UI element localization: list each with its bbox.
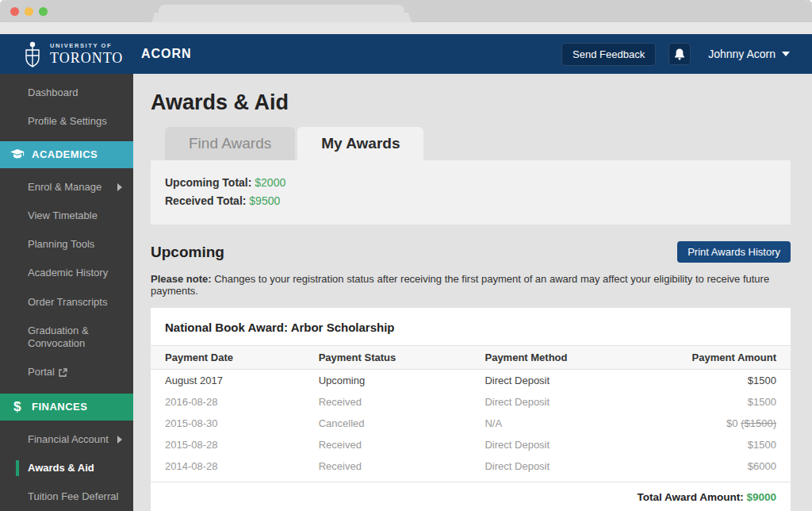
sidebar-item-label: Awards & Aid [28, 462, 94, 474]
sidebar-section-finances[interactable]: $ FINANCES [0, 394, 133, 421]
browser-tab[interactable] [159, 5, 404, 22]
graduation-cap-icon [10, 148, 25, 161]
sidebar-item-academic-history[interactable]: Academic History [0, 259, 133, 287]
main-content: Awards & Aid Find Awards My Awards Upcom… [133, 74, 812, 511]
toronto-text: TORONTO [50, 50, 123, 67]
sidebar-item-label: Profile & Settings [28, 115, 107, 127]
sidebar-item-label: Dashboard [28, 86, 79, 98]
user-menu[interactable]: Johnny Acorn [708, 48, 790, 60]
payment-method-cell: Direct Deposit [470, 455, 643, 477]
browser-toolbar [0, 22, 812, 34]
amount-current: $0 [726, 417, 741, 429]
acorn-app-title: ACORN [133, 47, 192, 61]
sidebar-item-awards-aid[interactable]: Awards & Aid [0, 454, 133, 482]
total-award-amount-label: Total Award Amount: [637, 491, 743, 503]
sidebar-item-portal[interactable]: Portal [0, 358, 133, 388]
total-award-amount-value: $9000 [746, 491, 776, 503]
payment-status-cell: Upcoming [304, 370, 471, 392]
column-payment-method: Payment Method [470, 346, 643, 370]
award-card: National Book Award: Arbor Scholarship P… [151, 308, 791, 511]
payments-table: Payment Date Payment Status Payment Meth… [151, 345, 791, 477]
university-of-text: UNIVERSITY OF [50, 42, 123, 49]
payment-date-cell: 2014-08-28 [151, 455, 304, 477]
minimize-window-button[interactable] [25, 7, 33, 16]
payment-amount-cell: $0 ($1500) [643, 413, 791, 434]
payment-status-cell: Received [304, 455, 471, 477]
sidebar-item-financial-account[interactable]: Financial Account [0, 425, 133, 454]
table-row: 2015-08-28 Received Direct Deposit $1500 [151, 434, 791, 455]
print-awards-history-button[interactable]: Print Awards History [677, 241, 791, 263]
table-row: 2015-08-30 Cancelled N/A $0 ($1500) [151, 413, 791, 434]
sidebar-item-label: Order Transcripts [28, 296, 107, 308]
payment-date-cell: 2015-08-30 [151, 413, 304, 434]
awards-tabs: Find Awards My Awards [165, 127, 791, 160]
payment-status-cell: Received [304, 391, 471, 413]
payment-method-cell: Direct Deposit [470, 391, 643, 413]
send-feedback-button[interactable]: Send Feedback [561, 43, 656, 66]
payment-date-cell: August 2017 [151, 370, 304, 392]
tab-find-awards[interactable]: Find Awards [165, 127, 295, 160]
column-payment-date: Payment Date [151, 346, 304, 370]
sidebar-item-view-timetable[interactable]: View Timetable [0, 202, 133, 230]
sidebar-section-label: FINANCES [32, 401, 87, 413]
column-payment-status: Payment Status [304, 346, 471, 370]
window-controls [10, 7, 48, 16]
total-award-amount-line: Total Award Amount: $9000 [151, 482, 791, 511]
sidebar-section-label: ACADEMICS [32, 148, 98, 160]
sidebar-item-graduation-convocation[interactable]: Graduation & Convocation [0, 317, 133, 359]
tab-my-awards[interactable]: My Awards [297, 127, 423, 160]
note-body-text: Changes to your registration status afte… [151, 273, 769, 297]
sidebar-item-label: Portal [28, 366, 55, 378]
award-card-title: National Book Award: Arbor Scholarship [151, 321, 791, 345]
user-name: Johnny Acorn [708, 48, 776, 60]
upcoming-section-header: Upcoming Print Awards History [151, 241, 791, 263]
payment-status-cell: Received [304, 434, 471, 455]
upcoming-total-line: Upcoming Total: $2000 [165, 176, 776, 189]
sidebar-item-planning-tools[interactable]: Planning Tools [0, 230, 133, 259]
sidebar-nav: Dashboard Profile & Settings ACADEMICS E… [0, 74, 133, 511]
chevron-right-icon [117, 436, 122, 444]
dollar-icon: $ [10, 401, 25, 413]
page-title: Awards & Aid [151, 90, 791, 115]
sidebar-item-label: Graduation & Convocation [28, 325, 89, 349]
received-total-line: Received Total: $9500 [165, 194, 776, 207]
payment-method-cell: Direct Deposit [470, 370, 643, 392]
sidebar-item-label: Tuition Fee Deferral [28, 490, 118, 502]
upcoming-total-value: $2000 [255, 176, 285, 189]
sidebar-item-order-transcripts[interactable]: Order Transcripts [0, 288, 133, 317]
upcoming-total-label: Upcoming Total: [165, 176, 251, 189]
registration-note: Please note: Changes to your registratio… [151, 273, 791, 297]
close-window-button[interactable] [10, 7, 19, 16]
payment-method-cell: N/A [470, 413, 643, 434]
sidebar-item-label: Enrol & Manage [28, 181, 102, 193]
browser-titlebar [0, 0, 812, 22]
sidebar-item-tuition-fee-deferral[interactable]: Tuition Fee Deferral [0, 482, 133, 511]
payment-amount-cell: $1500 [643, 370, 791, 392]
uoft-logo[interactable]: UNIVERSITY OF TORONTO [0, 40, 133, 67]
sidebar-item-profile-settings[interactable]: Profile & Settings [0, 107, 133, 136]
chevron-down-icon [782, 52, 790, 56]
notifications-button[interactable] [668, 43, 691, 65]
bell-icon [674, 48, 685, 60]
table-row: August 2017 Upcoming Direct Deposit $150… [151, 370, 791, 392]
table-row: 2014-08-28 Received Direct Deposit $6000 [151, 455, 791, 477]
zoom-window-button[interactable] [39, 7, 48, 16]
sidebar-section-academics[interactable]: ACADEMICS [0, 141, 133, 168]
sidebar-item-label: View Timetable [28, 209, 98, 221]
amount-cancelled: ($1500) [741, 417, 776, 429]
external-link-icon [59, 367, 67, 380]
note-bold-text: Please note: [151, 273, 212, 285]
payment-date-cell: 2015-08-28 [151, 434, 304, 455]
uoft-crest-icon [22, 40, 43, 67]
sidebar-item-dashboard[interactable]: Dashboard [0, 74, 133, 107]
browser-window: UNIVERSITY OF TORONTO ACORN Send Feedbac… [0, 0, 812, 511]
column-payment-amount: Payment Amount [643, 346, 791, 370]
university-wordmark: UNIVERSITY OF TORONTO [50, 42, 123, 67]
upcoming-heading: Upcoming [151, 244, 224, 261]
table-row: 2016-08-28 Received Direct Deposit $1500 [151, 391, 791, 413]
totals-panel: Upcoming Total: $2000 Received Total: $9… [151, 160, 791, 225]
payment-amount-cell: $6000 [643, 455, 791, 477]
payment-amount-cell: $1500 [643, 434, 791, 455]
sidebar-item-enrol-manage[interactable]: Enrol & Manage [0, 173, 133, 202]
payment-method-cell: Direct Deposit [470, 434, 643, 455]
